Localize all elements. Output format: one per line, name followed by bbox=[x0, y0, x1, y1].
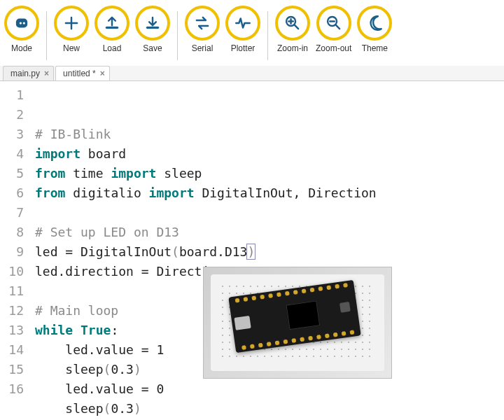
close-icon[interactable]: × bbox=[44, 69, 49, 78]
toolbar-label: Zoom-in bbox=[277, 43, 308, 53]
line-number: 6 bbox=[0, 183, 24, 203]
token-text: sleep bbox=[35, 362, 104, 377]
token-punc: ) bbox=[247, 244, 255, 259]
token-text: 0.3 bbox=[111, 362, 134, 377]
tab-label: main.py bbox=[10, 69, 40, 78]
tab-bar: main.py×untitled *× bbox=[0, 66, 504, 81]
token-text: digitalio bbox=[65, 186, 148, 200]
zoom-in-button[interactable]: Zoom-in bbox=[275, 6, 310, 53]
token-keyword: import bbox=[111, 166, 156, 181]
mode-button[interactable]: Mode bbox=[4, 6, 39, 53]
token-text: board.D13 bbox=[179, 244, 248, 259]
moon-icon bbox=[357, 6, 392, 41]
token-comment: # Set up LED on D13 bbox=[35, 225, 179, 239]
svg-rect-4 bbox=[147, 27, 158, 29]
token-text: time bbox=[65, 166, 111, 181]
code-line[interactable]: led = DigitalInOut(board.D13) bbox=[35, 242, 377, 262]
line-number: 12 bbox=[0, 301, 24, 321]
tab[interactable]: main.py× bbox=[3, 66, 54, 80]
toolbar-label: Serial bbox=[192, 43, 214, 53]
line-number: 4 bbox=[0, 144, 24, 164]
toolbar-label: Theme bbox=[362, 43, 388, 53]
token-text: led.value = bbox=[35, 382, 156, 396]
token-text: DigitalInOut, Direction bbox=[195, 186, 377, 200]
token-comment: # Main loop bbox=[35, 303, 118, 318]
token-text: led = DigitalInOut bbox=[35, 244, 172, 259]
code-line[interactable]: sleep(0.3) bbox=[35, 399, 377, 419]
line-number: 11 bbox=[0, 281, 24, 301]
line-number: 3 bbox=[0, 125, 24, 144]
token-keyword: from bbox=[35, 186, 65, 200]
zoom-in-icon bbox=[275, 6, 310, 41]
token-text: : bbox=[111, 323, 118, 337]
line-number: 9 bbox=[0, 242, 24, 262]
toolbar-label: Load bbox=[103, 43, 122, 53]
code-line[interactable]: led.value = 0 bbox=[35, 379, 377, 399]
pulse-icon bbox=[225, 6, 260, 41]
arrows-icon bbox=[185, 6, 220, 41]
zoom-out-button[interactable]: Zoom-out bbox=[316, 6, 351, 53]
svg-point-1 bbox=[20, 22, 22, 24]
token-text: board bbox=[80, 146, 126, 161]
toolbar-separator bbox=[177, 11, 178, 60]
line-number: 2 bbox=[0, 105, 24, 125]
token-punc: ) bbox=[134, 362, 141, 377]
close-icon[interactable]: × bbox=[100, 69, 105, 78]
download-icon bbox=[135, 6, 170, 41]
token-keyword: from bbox=[35, 166, 65, 181]
plotter-button[interactable]: Plotter bbox=[225, 6, 260, 53]
toolbar-label: Mode bbox=[11, 43, 32, 53]
svg-rect-3 bbox=[106, 27, 118, 29]
plus-icon bbox=[54, 6, 89, 41]
token-keyword: import bbox=[149, 186, 195, 200]
line-number: 7 bbox=[0, 203, 24, 223]
line-number: 14 bbox=[0, 340, 24, 360]
token-punc: ( bbox=[104, 362, 111, 377]
load-button[interactable]: Load bbox=[94, 6, 130, 53]
svg-point-2 bbox=[23, 22, 25, 24]
new-button[interactable]: New bbox=[54, 6, 89, 53]
zoom-out-icon bbox=[316, 6, 351, 41]
token-keyword: True bbox=[80, 323, 111, 337]
token-text: 0 bbox=[156, 382, 164, 396]
token-text: 1 bbox=[156, 342, 164, 357]
toolbar-separator bbox=[267, 11, 268, 60]
robot-icon bbox=[4, 6, 39, 41]
token-text bbox=[73, 323, 80, 337]
code-line[interactable]: # IB-Blink bbox=[35, 125, 377, 144]
theme-button[interactable]: Theme bbox=[357, 6, 392, 53]
line-number: 1 bbox=[0, 85, 24, 105]
serial-button[interactable]: Serial bbox=[185, 6, 220, 53]
code-line[interactable] bbox=[35, 203, 377, 223]
toolbar: ModeNewLoadSaveSerialPlotterZoom-inZoom-… bbox=[0, 0, 504, 63]
code-line[interactable]: from digitalio import DigitalInOut, Dire… bbox=[35, 183, 377, 203]
toolbar-label: Save bbox=[143, 43, 162, 53]
code-area[interactable]: # IB-Blinkimport boardfrom time import s… bbox=[31, 81, 377, 420]
toolbar-label: Plotter bbox=[231, 43, 255, 53]
token-punc: ) bbox=[134, 401, 141, 416]
token-text: led.value = bbox=[35, 342, 156, 357]
token-text: sleep bbox=[156, 166, 202, 181]
line-number: 16 bbox=[0, 379, 24, 399]
toolbar-separator bbox=[46, 11, 47, 60]
code-editor[interactable]: 12345678910111213141516 # IB-Blinkimport… bbox=[0, 81, 504, 420]
code-line[interactable]: import board bbox=[35, 144, 377, 164]
token-punc: ( bbox=[172, 244, 179, 259]
tab[interactable]: untitled *× bbox=[55, 66, 110, 80]
code-line[interactable]: from time import sleep bbox=[35, 164, 377, 183]
token-text: sleep bbox=[35, 401, 104, 416]
toolbar-label: New bbox=[63, 43, 80, 53]
board-photo bbox=[203, 267, 392, 379]
token-keyword: import bbox=[35, 146, 80, 161]
line-gutter: 12345678910111213141516 bbox=[0, 81, 31, 420]
line-number: 8 bbox=[0, 223, 24, 242]
upload-icon bbox=[94, 6, 130, 41]
token-punc: ( bbox=[104, 401, 111, 416]
line-number: 10 bbox=[0, 262, 24, 281]
token-text: 0.3 bbox=[111, 401, 134, 416]
tab-label: untitled * bbox=[63, 69, 96, 78]
line-number: 15 bbox=[0, 360, 24, 379]
toolbar-label: Zoom-out bbox=[316, 43, 351, 53]
save-button[interactable]: Save bbox=[135, 6, 170, 53]
code-line[interactable]: # Set up LED on D13 bbox=[35, 223, 377, 242]
